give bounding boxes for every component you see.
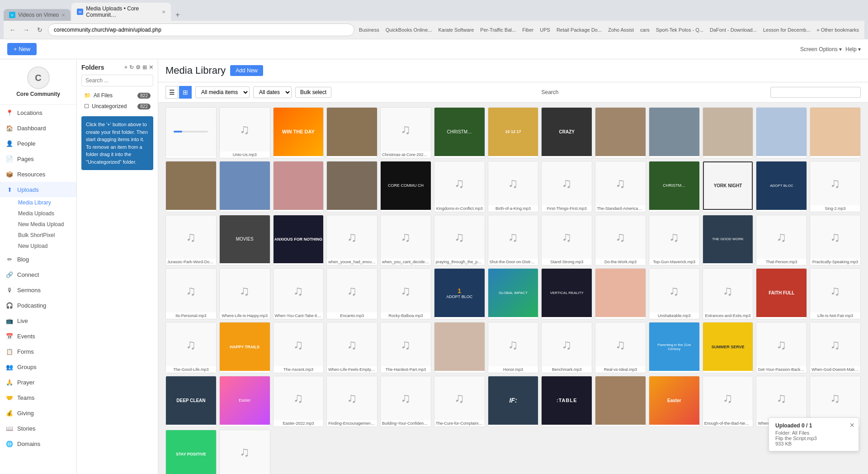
- media-item-ascent[interactable]: ♫ The-Ascent.mp3: [273, 322, 324, 373]
- add-folder-btn[interactable]: +: [124, 64, 127, 71]
- media-item-standard[interactable]: ♫ The-Standard-American-Version.mp3: [595, 161, 646, 212]
- folder-all-files[interactable]: 📁 All Files 822: [81, 90, 153, 101]
- add-new-button[interactable]: Add New: [230, 65, 263, 76]
- media-item-photo5[interactable]: [810, 107, 861, 158]
- bookmark-cars[interactable]: cars: [638, 26, 651, 33]
- expand-folder-btn[interactable]: ⊞: [142, 64, 147, 71]
- media-item-good-life[interactable]: ♫ The-Good-Life.mp3: [165, 322, 217, 373]
- media-item-life-feels-empty[interactable]: ♫ When-Life-Feels-Empty.mp3: [326, 322, 377, 373]
- media-item-photo3[interactable]: [703, 107, 754, 158]
- bookmark-retail[interactable]: Retail Package Do...: [555, 26, 604, 33]
- media-item-photo6[interactable]: [165, 161, 217, 212]
- media-item-serve[interactable]: SUMMER SERVE: [703, 322, 754, 373]
- sidebar-item-giving[interactable]: 💰 Giving: [0, 405, 76, 421]
- sidebar-item-teams[interactable]: 🤝 Teams: [0, 390, 76, 405]
- media-item-birth[interactable]: ♫ Birth-of-a-King.mp3: [488, 161, 539, 212]
- media-item-hardest-part[interactable]: ♫ The-Hardest-Part.mp3: [380, 322, 431, 373]
- media-item-win-the-day[interactable]: WIN THE DAY: [273, 107, 324, 158]
- bulk-select-button[interactable]: Bulk select: [295, 87, 331, 98]
- sidebar-item-connect[interactable]: 🔗 Connect: [0, 267, 76, 282]
- media-item-photo8[interactable]: [273, 161, 324, 212]
- media-item-cant-decide[interactable]: ♫ when_you_cant_decide.mp3: [380, 215, 431, 266]
- media-item-rocky[interactable]: ♫ Rocky-Balboa.mp3: [380, 268, 431, 319]
- media-item-life-not-fair[interactable]: ♫ Life-is-Not-Fair.mp3: [810, 268, 861, 319]
- sidebar-item-podcasting[interactable]: 🎧 Podcasting: [0, 298, 76, 313]
- tab-vimeo[interactable]: V Videos on Vimeo ✕: [4, 9, 71, 21]
- refresh-folder-btn[interactable]: ↻: [129, 64, 134, 71]
- sidebar-item-locations[interactable]: 📍 Locations: [0, 105, 76, 120]
- media-item-photo9[interactable]: [326, 161, 377, 212]
- toast-close-button[interactable]: ✕: [849, 422, 855, 429]
- media-item-practically[interactable]: ♫ Practically-Speaking.mp3: [810, 215, 861, 266]
- media-item-shut-door[interactable]: ♫ Shut-the-Door-on-Distraction.mp3: [488, 215, 539, 266]
- date-filter[interactable]: All dates: [253, 86, 292, 98]
- back-button[interactable]: ←: [7, 24, 18, 35]
- media-item-that-person[interactable]: ♫ That-Person.mp3: [756, 215, 807, 266]
- media-item-unshakeable[interactable]: ♫ Unshakeable.mp3: [649, 268, 700, 319]
- media-item-core-commu[interactable]: CORE COMMU CH: [380, 161, 431, 212]
- search-input[interactable]: [770, 87, 861, 98]
- sidebar-item-blog[interactable]: ✏ Blog: [0, 251, 76, 267]
- forward-button[interactable]: →: [21, 24, 32, 35]
- screen-options[interactable]: Screen Options ▾: [800, 46, 842, 52]
- reload-button[interactable]: ↻: [34, 24, 45, 35]
- submenu-media-uploads[interactable]: Media Uploads: [13, 208, 76, 219]
- bookmark-dafont[interactable]: DaFont - Download...: [708, 26, 759, 33]
- folder-search-input[interactable]: [81, 75, 153, 86]
- media-item-christmas-core[interactable]: ♫ Christmas-at-Core-2022.mp3: [380, 107, 431, 158]
- media-item-easter2[interactable]: Easter: [649, 376, 700, 427]
- media-item-photo7[interactable]: [219, 161, 270, 212]
- submenu-new-media-upload[interactable]: New Media Upload: [13, 219, 76, 230]
- bookmark-qb[interactable]: QuickBooks Online...: [384, 26, 434, 33]
- media-item-jurassic[interactable]: ♫ Jurassic-Park-Word-Dominion.mp3: [165, 215, 217, 266]
- media-item-building-confidence[interactable]: ♫ Building-Your-Confidence.mp3: [380, 376, 431, 427]
- grid-view-btn[interactable]: ⊞: [179, 86, 192, 99]
- media-item-easter-2022[interactable]: ♫ Easter-2022.mp3: [273, 376, 324, 427]
- media-item-do-the-work[interactable]: ♫ Do-the-Work.mp3: [595, 215, 646, 266]
- sidebar-item-events[interactable]: 📅 Events: [0, 328, 76, 344]
- sidebar-item-stories[interactable]: 📖 Stories: [0, 421, 76, 436]
- media-item-sing2[interactable]: ♫ Sing-2.mp3: [810, 161, 861, 212]
- sidebar-item-forms[interactable]: 📋 Forms: [0, 344, 76, 359]
- media-item-10-12[interactable]: 10 12 17: [488, 107, 539, 158]
- sidebar-item-pages[interactable]: 📄 Pages: [0, 151, 76, 166]
- media-item-grownup-love[interactable]: ♫ Grownup-Love.mp3: [219, 430, 270, 474]
- media-item-happy-trails[interactable]: HAPPY TRAILS: [219, 322, 270, 373]
- media-item-unto-us[interactable]: ♫ Unto-Us.mp3: [219, 107, 270, 158]
- bookmark-business[interactable]: Business: [357, 26, 381, 33]
- media-item-photo10[interactable]: [595, 268, 646, 319]
- tab-media-close[interactable]: ✕: [162, 9, 165, 14]
- sidebar-item-resources[interactable]: 📦 Resources: [0, 166, 76, 182]
- media-item-where-life[interactable]: ♫ Where-Life-is-Happy.mp3: [219, 268, 270, 319]
- sidebar-item-domains[interactable]: 🌐 Domains: [0, 436, 76, 451]
- bookmark-fiber[interactable]: Fiber: [520, 26, 535, 33]
- media-item-appreciation[interactable]: [326, 107, 377, 158]
- media-item-york[interactable]: YORK NIGHT: [703, 161, 754, 212]
- address-bar[interactable]: [48, 24, 354, 36]
- media-item-table[interactable]: :TABLE: [541, 376, 592, 427]
- media-item-cure-complaining[interactable]: ♫ The-Cure-for-Complaining.mp3: [434, 376, 485, 427]
- media-item-adopt-bloc1[interactable]: ADOPT BLOC: [756, 161, 807, 212]
- media-item-photo11[interactable]: [434, 322, 485, 373]
- help-button[interactable]: Help ▾: [845, 46, 861, 52]
- sidebar-item-groups[interactable]: 👥 Groups: [0, 359, 76, 374]
- new-tab-button[interactable]: +: [172, 9, 183, 21]
- media-item-christm2[interactable]: CHRISTM…: [649, 161, 700, 212]
- sidebar-item-prayer[interactable]: 🙏 Prayer: [0, 374, 76, 390]
- sidebar-item-live[interactable]: 📺 Live: [0, 313, 76, 328]
- media-item-photo12[interactable]: [595, 376, 646, 427]
- sidebar-item-dashboard[interactable]: 🏠 Dashboard: [0, 120, 76, 136]
- media-item-uploading[interactable]: [165, 107, 217, 158]
- media-item-enough-bad-news[interactable]: ♫ Enough-of-the-Bad-News.mp3: [703, 376, 754, 427]
- media-item-benchmark[interactable]: ♫ Benchmark.mp3: [541, 322, 592, 373]
- media-item-real-vs-ideal[interactable]: ♫ Real-vs-Ideal.mp3: [595, 322, 646, 373]
- settings-folder-btn[interactable]: ⚙: [136, 64, 141, 71]
- bookmark-karate[interactable]: Karate Software: [436, 26, 476, 33]
- media-item-stay-positive[interactable]: STAY POSITIVE: [165, 430, 217, 474]
- folder-uncategorized[interactable]: ☐ Uncategorized 822: [81, 101, 153, 112]
- media-item-god-doesnt[interactable]: ♫ When-God-Doesnt-Make-Sense.mp3: [810, 322, 861, 373]
- media-item-its-personal[interactable]: ♫ Its-Personal.mp3: [165, 268, 217, 319]
- media-item-faith-full[interactable]: FAITH FULL: [756, 268, 807, 319]
- media-item-finding-enc[interactable]: ♫ Finding-Encouragement.mp3: [326, 376, 377, 427]
- bookmark-other[interactable]: » Other bookmarks: [815, 26, 861, 33]
